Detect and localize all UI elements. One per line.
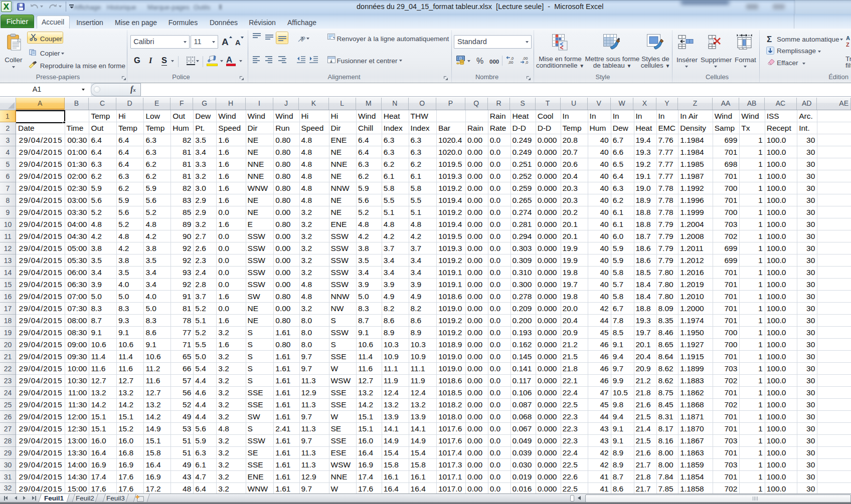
svg-text:Z: Z: [846, 42, 849, 48]
svg-text:A: A: [846, 35, 850, 41]
svg-text:,00: ,00: [508, 60, 513, 65]
svg-text:,0: ,0: [525, 60, 528, 65]
svg-text:ab: ab: [299, 35, 306, 42]
svg-text:a: a: [330, 59, 332, 64]
